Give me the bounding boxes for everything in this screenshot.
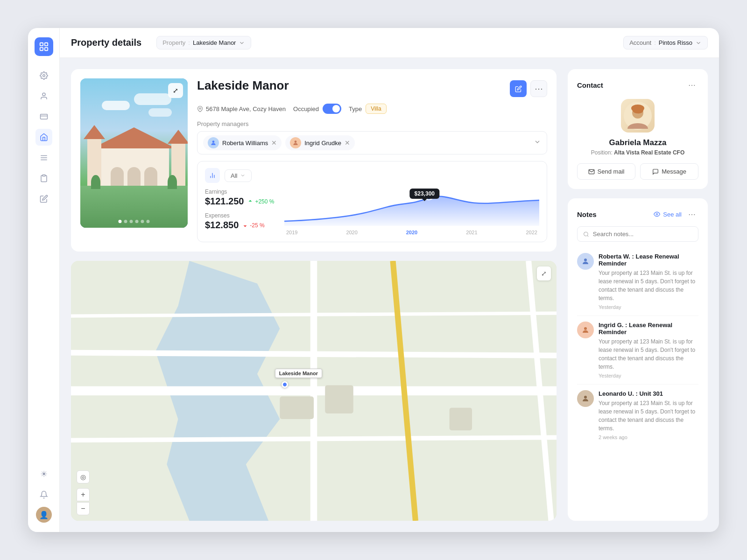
map-controls: ⤢ — [537, 266, 551, 280]
send-mail-label: Send mail — [598, 168, 625, 175]
edit-icon — [515, 85, 522, 92]
svg-point-39 — [584, 259, 587, 261]
svg-point-13 — [212, 140, 215, 143]
user-avatar[interactable]: 👤 — [36, 507, 52, 523]
earnings-label: Earnings — [205, 189, 275, 195]
property-address: 5678 Maple Ave, Cozy Haven — [197, 105, 286, 112]
note-time-roberta: Yesterday — [599, 304, 698, 310]
note-text-ingrid: Your property at 123 Main St. is up for … — [599, 337, 698, 371]
earnings-stats: Earnings $121.250 +250 % — [205, 189, 275, 235]
page-body: ⤢ Lakeside Manor — [60, 58, 719, 532]
property-header: Lakeside Manor ⋯ — [197, 78, 547, 97]
more-button[interactable]: ⋯ — [530, 80, 547, 97]
sidebar-item-billing[interactable] — [35, 108, 52, 125]
chevron-down-icon — [695, 40, 702, 46]
dot-2[interactable] — [124, 220, 127, 223]
notes-search-input[interactable] — [593, 231, 692, 238]
notes-search-container — [577, 226, 698, 242]
dot-3[interactable] — [130, 220, 133, 223]
property-details: Lakeside Manor ⋯ — [197, 78, 547, 242]
message-button[interactable]: Message — [640, 163, 698, 180]
svg-rect-31 — [325, 385, 353, 413]
note-avatar-leonardo — [577, 390, 594, 407]
contact-more-button[interactable]: ⋯ — [685, 78, 698, 91]
up-arrow-icon — [247, 199, 253, 204]
sidebar-item-settings[interactable] — [35, 67, 52, 84]
dot-5[interactable] — [141, 220, 144, 223]
managers-input[interactable]: Roberta Williams ✕ Ingrid Grudke ✕ — [197, 131, 547, 154]
svg-rect-3 — [44, 48, 47, 50]
managers-section: Property managers Roberta Williams ✕ — [197, 120, 547, 154]
dot-1[interactable] — [119, 220, 122, 223]
note-time-leonardo: 2 weeks ago — [599, 434, 698, 440]
edit-button[interactable] — [510, 80, 527, 97]
zoom-out-button[interactable]: − — [77, 502, 90, 515]
contact-card: Contact ⋯ — [568, 69, 708, 189]
earnings-widget: All Earnings $121.250 — [197, 161, 547, 242]
type-badge: Villa — [366, 104, 386, 114]
svg-rect-32 — [450, 408, 472, 430]
sidebar-notifications[interactable] — [35, 486, 52, 503]
notes-more-button[interactable]: ⋯ — [685, 208, 698, 221]
search-icon — [583, 231, 589, 238]
dot-4[interactable] — [135, 220, 139, 223]
svg-line-38 — [587, 235, 588, 236]
svg-rect-30 — [280, 397, 314, 419]
zoom-in-button[interactable]: + — [77, 488, 90, 501]
dropdown-chevron-icon — [240, 173, 246, 178]
manager-avatar-roberta — [208, 137, 219, 148]
earnings-content: Earnings $121.250 +250 % — [205, 189, 539, 235]
sidebar-item-clipboard[interactable] — [35, 170, 52, 187]
position-prefix: Position: — [591, 149, 613, 156]
eye-icon — [654, 211, 660, 217]
image-dots — [119, 220, 150, 223]
managers-label: Property managers — [197, 120, 547, 127]
notes-card: Notes See all ⋯ — [568, 198, 708, 521]
contact-name: Gabriela Mazza — [577, 138, 698, 147]
contact-avatar-container — [577, 99, 698, 133]
type-label: Type — [349, 105, 362, 112]
map-pin — [282, 381, 288, 388]
left-column: ⤢ Lakeside Manor — [71, 69, 557, 521]
occupancy-status: Occupied — [293, 104, 341, 114]
note-content-ingrid: Ingrid G. : Lease Renewal Reminder Your … — [599, 322, 698, 378]
remove-ingrid-button[interactable]: ✕ — [345, 139, 350, 147]
managers-dropdown-button[interactable] — [534, 138, 541, 147]
note-title-ingrid: Ingrid G. : Lease Renewal Reminder — [599, 322, 698, 336]
account-value: Pintos Risso — [659, 39, 692, 46]
sidebar-item-users[interactable] — [35, 88, 52, 105]
map-expand-button[interactable]: ⤢ — [537, 266, 551, 280]
locate-button[interactable]: ◎ — [77, 470, 90, 483]
position-value: Alta Vista Real Estate CFO — [614, 149, 684, 156]
bar-chart-icon — [209, 172, 216, 179]
svg-rect-11 — [42, 175, 45, 176]
see-all-button[interactable]: See all — [654, 211, 682, 218]
header: Property details Property : Lakeside Man… — [60, 28, 719, 58]
note-avatar-roberta — [577, 253, 594, 270]
breadcrumb[interactable]: Property : Lakeside Manor — [156, 36, 251, 49]
sidebar-brightness[interactable]: ☀ — [35, 466, 52, 483]
sidebar-item-menu[interactable] — [35, 149, 52, 166]
sidebar-item-home[interactable] — [35, 129, 52, 146]
image-expand-button[interactable]: ⤢ — [168, 83, 183, 98]
note-item-roberta: Roberta W. : Lease Renewal Reminder Your… — [577, 247, 698, 316]
year-2021: 2021 — [466, 230, 477, 235]
note-content-roberta: Roberta W. : Lease Renewal Reminder Your… — [599, 253, 698, 310]
contact-position: Position: Alta Vista Real Estate CFO — [577, 149, 698, 156]
dot-6[interactable] — [147, 220, 150, 223]
svg-point-35 — [631, 105, 644, 112]
app-logo[interactable] — [35, 37, 53, 56]
contact-avatar — [621, 99, 655, 133]
remove-roberta-button[interactable]: ✕ — [271, 139, 277, 147]
sidebar-item-edit[interactable] — [35, 190, 52, 207]
filter-dropdown[interactable]: All — [225, 169, 252, 182]
status-toggle[interactable] — [323, 104, 341, 114]
expenses-row: Expenses $12.850 -25 % — [205, 212, 275, 231]
status-label: Occupied — [293, 105, 319, 112]
account-selector[interactable]: Account : Pintos Risso — [623, 36, 708, 49]
see-all-label: See all — [663, 211, 682, 218]
send-mail-button[interactable]: Send mail — [577, 163, 635, 180]
sidebar-bottom: ☀ 👤 — [35, 466, 52, 523]
year-2019: 2019 — [286, 230, 297, 235]
earnings-change: +250 % — [247, 198, 274, 205]
